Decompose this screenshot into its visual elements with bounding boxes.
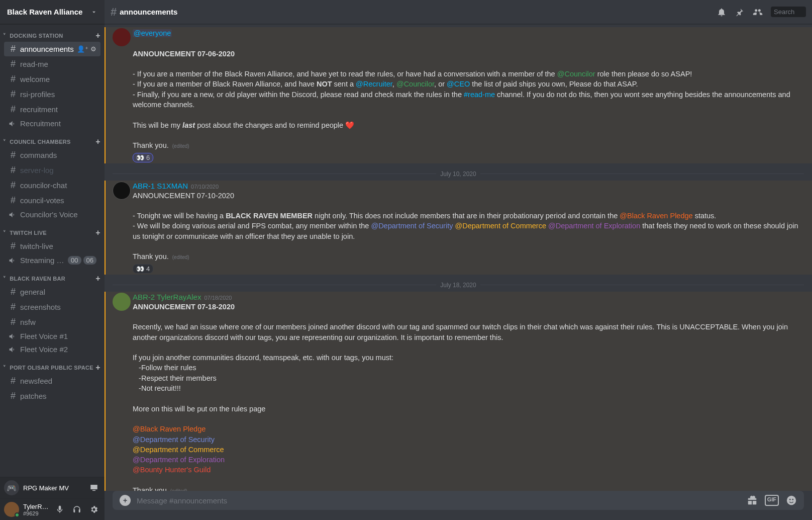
channel-label: commands [20, 151, 96, 159]
category-header[interactable]: ˅ BLACK RAVEN BAR+ [0, 267, 105, 284]
channel-announcements[interactable]: #announcements👤⁺⚙ [4, 42, 100, 56]
game-icon: 🎮 [4, 480, 19, 495]
reaction[interactable]: 👀 4 [133, 264, 153, 274]
add-channel-icon[interactable]: + [95, 228, 100, 237]
role-mention[interactable]: @Councilor [557, 70, 595, 78]
reaction[interactable]: 👀 6 [133, 153, 153, 162]
bell-icon[interactable] [717, 7, 727, 17]
discriminator: #9629 [23, 510, 49, 516]
gift-icon[interactable] [747, 495, 758, 506]
game-name: RPG Maker MV [23, 484, 83, 492]
members-icon[interactable] [753, 7, 763, 17]
avatar[interactable] [113, 28, 131, 46]
role-mention[interactable]: @Black Raven Pledge [620, 212, 692, 220]
user-avatar[interactable] [4, 502, 19, 517]
pin-icon[interactable] [735, 7, 745, 17]
headphones-icon[interactable] [70, 504, 83, 515]
channel-label: screenshots [20, 303, 96, 311]
channel-label: read-me [20, 60, 96, 68]
role-mention[interactable]: @Department of Commerce [133, 446, 224, 454]
role-mention[interactable]: @CEO [447, 80, 470, 88]
gear-icon[interactable] [87, 504, 100, 515]
channel-label: newsfeed [20, 377, 96, 385]
channel-header: # announcements Search [105, 0, 812, 24]
message: ABR-1 S1XMAN07/10/2020ANNOUNCEMENT 07-10… [105, 181, 812, 275]
attach-button[interactable]: + [120, 495, 131, 506]
role-mention[interactable]: @Bounty Hunter's Guild [133, 466, 211, 474]
add-channel-icon[interactable]: + [95, 363, 100, 372]
message: ABR-2 TylerRayAlex07/18/2020ANNOUNCEMENT… [105, 292, 812, 491]
channel-read-me[interactable]: #read-me [4, 57, 100, 71]
channel-label: councilor-chat [20, 181, 96, 190]
mic-icon[interactable] [53, 504, 66, 515]
add-user-icon[interactable]: 👤⁺ [77, 45, 88, 53]
role-mention[interactable]: @Department of Commerce [455, 222, 546, 230]
channel-fleet-voice-2[interactable]: Fleet Voice #2 [4, 343, 100, 356]
role-mention[interactable]: @Department of Exploration [133, 456, 225, 464]
add-channel-icon[interactable]: + [95, 137, 100, 146]
server-header[interactable]: Black Raven Alliance [0, 0, 105, 24]
role-mention[interactable]: @Black Raven Pledge [133, 425, 206, 433]
add-channel-icon[interactable]: + [95, 31, 100, 40]
category-header[interactable]: ˅ TWITCH LIVE+ [0, 221, 105, 238]
channel-label: council-votes [20, 196, 96, 205]
gif-icon[interactable]: GIF [765, 495, 779, 506]
date-divider: July 10, 2020 [113, 170, 804, 178]
message-list[interactable]: @everyoneANNOUNCEMENT 07-06-2020- If you… [105, 24, 812, 491]
announcement-title: ANNOUNCEMENT 07-18-2020 [133, 303, 235, 311]
category-header[interactable]: ˅ COUNCIL CHAMBERS+ [0, 130, 105, 147]
role-mention[interactable]: @Department of Security [371, 222, 453, 230]
chevron-down-icon [90, 9, 97, 16]
message-input-bar[interactable]: + Message #announcements GIF [113, 491, 804, 510]
add-channel-icon[interactable]: + [95, 274, 100, 283]
channel-commands[interactable]: #commands [4, 148, 100, 162]
channel-newsfeed[interactable]: #newsfeed [4, 374, 100, 388]
role-mention[interactable]: @Councilor [396, 80, 434, 88]
author[interactable]: ABR-2 TylerRayAlex [133, 293, 201, 301]
server-name: Black Raven Alliance [7, 8, 82, 16]
channel-label: Recruitment [20, 119, 96, 128]
channel-nsfw[interactable]: #nsfw [4, 315, 100, 329]
role-mention[interactable]: @Recruiter [356, 80, 392, 88]
search-input[interactable]: Search [771, 7, 806, 17]
channel-mention[interactable]: #read-me [464, 91, 495, 99]
channel-label: Fleet Voice #2 [20, 345, 96, 354]
channel-server-log[interactable]: #server-log [4, 163, 100, 178]
channel-recruitment[interactable]: #recruitment [4, 102, 100, 117]
channel-council-votes[interactable]: #council-votes [4, 193, 100, 208]
avatar[interactable] [113, 182, 131, 200]
role-mention[interactable]: @Department of Security [133, 436, 215, 444]
category-header[interactable]: ˅ DOCKING STATION+ [0, 24, 105, 41]
channel-recruitment[interactable]: Recruitment [4, 117, 100, 130]
announcement-title: ANNOUNCEMENT 07-10-2020 [133, 192, 234, 200]
channel-rsi-profiles[interactable]: #rsi-profiles [4, 87, 100, 102]
category-header[interactable]: ˅ PORT OLISAR PUBLIC SPACE+ [0, 356, 105, 373]
channel-councilor-s-voice[interactable]: Councilor's Voice [4, 208, 100, 221]
channel-councilor-chat[interactable]: #councilor-chat [4, 178, 100, 193]
channel-label: server-log [20, 166, 96, 175]
channel-patches[interactable]: #patches [4, 389, 100, 403]
channel-title: announcements [120, 8, 177, 16]
channel-list[interactable]: ˅ DOCKING STATION+#announcements👤⁺⚙#read… [0, 24, 105, 477]
announcement-title: ANNOUNCEMENT 07-06-2020 [133, 50, 235, 58]
channel-fleet-voice-1[interactable]: Fleet Voice #1 [4, 330, 100, 342]
channel-general[interactable]: #general [4, 285, 100, 299]
gear-icon[interactable]: ⚙ [90, 45, 96, 53]
main-area: # announcements Search @everyoneANNOUNCE… [105, 0, 812, 520]
message: @everyoneANNOUNCEMENT 07-06-2020- If you… [105, 27, 812, 163]
channel-welcome[interactable]: #welcome [4, 72, 100, 86]
hash-icon: # [111, 6, 117, 19]
role-mention[interactable]: @Department of Exploration [548, 222, 640, 230]
mention-everyone[interactable]: @everyone [133, 29, 172, 37]
channel-label: rsi-profiles [20, 90, 96, 99]
monitor-icon[interactable] [87, 482, 100, 493]
channel-screenshots[interactable]: #screenshots [4, 300, 100, 314]
channel-streaming-dnd-[interactable]: Streaming - [DND]0006 [4, 254, 100, 267]
channel-twitch-live[interactable]: #twitch-live [4, 239, 100, 253]
rich-presence-panel[interactable]: 🎮 RPG Maker MV [0, 477, 105, 498]
count-badge: 06 [83, 256, 96, 265]
emoji-icon[interactable] [786, 495, 797, 506]
avatar[interactable] [113, 293, 131, 311]
channel-label: Streaming - [DND] [20, 256, 66, 265]
author[interactable]: ABR-1 S1XMAN [133, 182, 188, 190]
